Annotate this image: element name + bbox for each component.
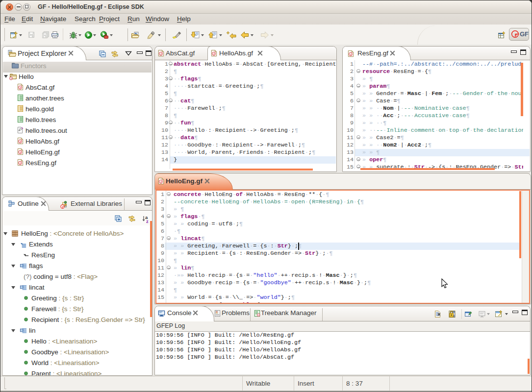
svg-text:z: z	[146, 219, 149, 223]
